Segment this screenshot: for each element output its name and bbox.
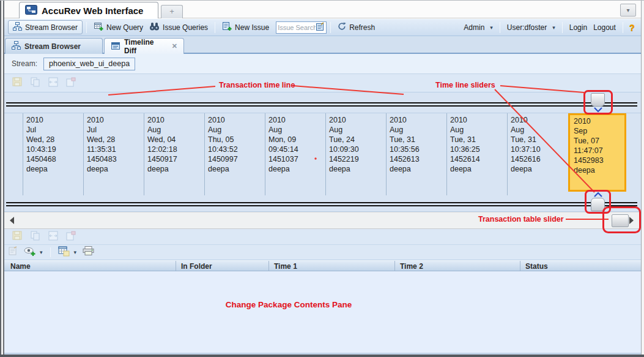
- send-to-issue-button[interactable]: [65, 77, 77, 90]
- eye-add-icon: [24, 246, 36, 259]
- annotation-change-package-contents-pane: Change Package Contents Pane: [166, 300, 411, 309]
- transaction-day: Tue, 31: [511, 135, 565, 145]
- transaction-id: 1452614: [450, 154, 505, 164]
- transaction-month: Jul: [26, 125, 81, 135]
- transaction-cell[interactable]: 2010 Sep Tue, 07 11:47:07 1452983 deepa: [568, 113, 626, 192]
- window-frame-left: [0, 1, 4, 357]
- toolbar-separator: [330, 22, 331, 33]
- transaction-month: Aug: [208, 125, 262, 135]
- diff-button[interactable]: [47, 230, 59, 244]
- column-header-status[interactable]: Status: [520, 261, 641, 271]
- slider-handle[interactable]: [591, 93, 605, 107]
- transaction-id: 1450468: [26, 154, 81, 164]
- tab-stream-browser[interactable]: Stream Browser: [5, 38, 103, 54]
- toolbar-separator: [50, 247, 51, 257]
- transaction-cell[interactable]: 2010 Aug Tue, 31 10:37:10 1452616 deepa: [507, 113, 568, 196]
- transaction-cell[interactable]: 2010 Aug Wed, 04 12:02:18 1450917 deepa: [144, 113, 204, 196]
- stream-name-field[interactable]: phoenix_web_ui_deepa: [43, 58, 135, 70]
- transaction-day: Wed, 28: [87, 135, 141, 145]
- copy-icon: [31, 77, 40, 89]
- save-button[interactable]: [11, 77, 24, 90]
- transaction-time: 10:43:52: [208, 145, 262, 154]
- timeline-slider-bottom[interactable]: [591, 191, 605, 211]
- user-menu[interactable]: User:dfoster ▾: [504, 22, 558, 33]
- transaction-timeline: 2010 Jul Wed, 28 10:43:19 1450468 deepa …: [4, 113, 641, 195]
- refresh-label: Refresh: [349, 23, 375, 32]
- export-table-button[interactable]: ▾: [57, 246, 78, 260]
- stream-browser-button[interactable]: Stream Browser: [8, 20, 83, 34]
- transaction-cell[interactable]: 2010 Aug Tue, 31 10:35:56 1452613 deepa: [386, 113, 446, 196]
- print-button[interactable]: [81, 246, 95, 259]
- copy-button[interactable]: [29, 230, 42, 244]
- transaction-month: Sep: [574, 126, 624, 136]
- close-tab-icon[interactable]: ✕: [172, 42, 177, 50]
- timeline-bottom-strip: [4, 195, 641, 212]
- chevron-down-icon: ▾: [552, 24, 555, 31]
- browser-titlebar: AccuRev Web Interface + ▾: [4, 1, 641, 18]
- send-to-issue-button[interactable]: [65, 230, 77, 244]
- issue-queries-button[interactable]: Issue Queries: [146, 21, 211, 34]
- transaction-time: 10:43:19: [26, 145, 81, 154]
- slider-handle[interactable]: [591, 198, 605, 211]
- scrollbar-thumb[interactable]: [612, 214, 629, 227]
- transaction-time: 12:02:18: [147, 145, 202, 154]
- refresh-button[interactable]: Refresh: [335, 21, 378, 34]
- new-browser-tab-button[interactable]: +: [161, 5, 183, 18]
- tab-timeline-diff[interactable]: Timeline Diff ✕: [104, 38, 184, 54]
- view-options-button[interactable]: ▾: [23, 246, 44, 260]
- logout-link[interactable]: Logout: [590, 22, 619, 33]
- issue-search-input[interactable]: [278, 23, 316, 32]
- admin-menu[interactable]: Admin ▾: [461, 22, 496, 33]
- transaction-user: deepa: [147, 164, 202, 174]
- tab-stream-browser-label: Stream Browser: [24, 42, 81, 51]
- transaction-cell[interactable]: 2010 Aug Tue, 24 10:09:30 1452219 deepa: [325, 113, 386, 196]
- transaction-cell[interactable]: 2010 Aug Thu, 05 10:43:52 1450997 deepa: [204, 113, 265, 196]
- transaction-user: deepa: [390, 164, 444, 174]
- transaction-cell[interactable]: 2010 Jul Wed, 28 11:35:31 1450483 deepa: [83, 113, 144, 196]
- transaction-cell[interactable]: 2010 Aug Mon, 09 09:45:14 1451037 deepa: [265, 113, 325, 196]
- promote-button[interactable]: [7, 246, 19, 259]
- timeline-slider-top[interactable]: [591, 93, 605, 113]
- toolbar-separator: [215, 22, 215, 33]
- browser-tab-accurev[interactable]: AccuRev Web Interface: [19, 2, 158, 18]
- timeline-track-bottom[interactable]: [6, 202, 637, 206]
- transaction-user: deepa: [26, 164, 81, 174]
- new-issue-button[interactable]: New Issue: [219, 20, 272, 34]
- transaction-user: deepa: [574, 165, 624, 175]
- issue-search-go-icon[interactable]: [316, 22, 325, 33]
- scroll-right-icon[interactable]: [629, 217, 634, 224]
- chevron-down-icon: ▾: [490, 24, 493, 31]
- stream-browser-icon: [13, 22, 22, 32]
- export-table-icon: [58, 246, 70, 259]
- window-frame-right: [641, 1, 644, 357]
- transaction-month: Aug: [268, 125, 323, 135]
- save-icon: [12, 231, 23, 243]
- tab-list-dropdown-button[interactable]: ▾: [620, 4, 636, 17]
- chevron-down-icon: ▾: [40, 249, 43, 255]
- transaction-cell[interactable]: 2010 Aug Tue, 31 10:36:25 1452614 deepa: [446, 113, 507, 196]
- new-query-button[interactable]: New Query: [91, 20, 146, 34]
- transaction-cell[interactable]: 2010 Jul Wed, 28 10:43:19 1450468 deepa: [23, 113, 83, 196]
- transaction-id: 1450483: [87, 154, 141, 164]
- save-button[interactable]: [11, 230, 24, 244]
- refresh-icon: [338, 22, 346, 32]
- chevron-up-icon: [594, 192, 602, 197]
- login-link[interactable]: Login: [566, 22, 590, 33]
- toolbar-separator: [500, 22, 500, 33]
- transaction-id: 1452616: [511, 154, 565, 164]
- stream-browser-label: Stream Browser: [25, 23, 78, 32]
- column-header-in-folder[interactable]: In Folder: [176, 261, 268, 271]
- help-icon[interactable]: ?: [629, 22, 635, 32]
- annotation-transaction-table-slider: Transaction table slider: [478, 215, 564, 224]
- copy-button[interactable]: [29, 77, 42, 90]
- timeline-track-top[interactable]: [6, 102, 637, 107]
- diff-button[interactable]: [47, 77, 59, 90]
- transaction-year: 2010: [511, 115, 565, 125]
- column-header-time2[interactable]: Time 2: [394, 261, 520, 271]
- scroll-left-icon[interactable]: [10, 217, 14, 224]
- admin-label: Admin: [464, 23, 484, 32]
- annotation-time-line-sliders: Time line sliders: [435, 81, 495, 89]
- column-header-name[interactable]: Name: [4, 261, 176, 271]
- column-header-time1[interactable]: Time 1: [268, 261, 394, 271]
- transaction-year: 2010: [26, 115, 81, 125]
